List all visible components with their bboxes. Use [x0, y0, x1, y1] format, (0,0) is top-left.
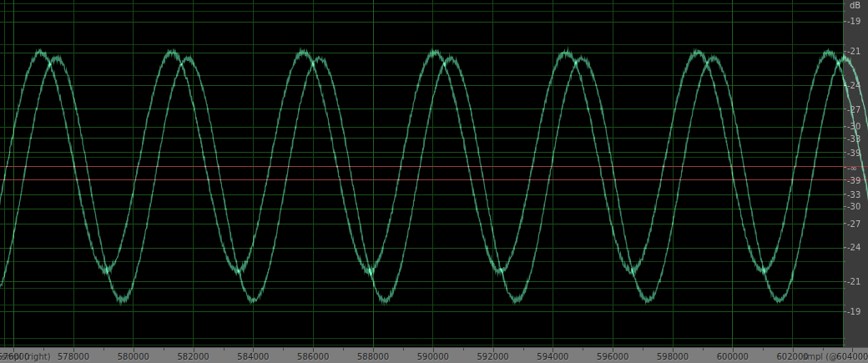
sample-tick-label: 594000	[537, 352, 568, 361]
sample-minor-tick	[523, 348, 524, 350]
db-tick-label: -21	[847, 47, 860, 56]
db-tick-label: -27	[847, 219, 860, 228]
sample-minor-tick	[43, 348, 44, 350]
sample-tick-label: 578000	[58, 352, 89, 361]
db-tick-label: -21	[847, 277, 860, 286]
db-tick-label: -24	[847, 81, 860, 90]
sample-tick-label: 588000	[357, 352, 389, 361]
waveform-canvas[interactable]	[0, 0, 868, 347]
sample-tick-label: 596000	[597, 352, 628, 361]
db-tick-label: -33	[847, 189, 860, 199]
sample-minor-tick	[283, 348, 284, 350]
sample-tick-label: 576000	[0, 352, 29, 361]
db-tick-label: -∞	[847, 163, 857, 172]
sample-minor-tick	[763, 348, 764, 350]
sample-tick-label: 586000	[297, 352, 329, 361]
waveform-display: dB -19-21-24-27-30-33-39-∞-39-33-30-27-2…	[0, 0, 868, 363]
db-tick-label: -33	[847, 134, 860, 143]
sample-tick-label: 580000	[118, 352, 149, 361]
db-tick-label: -30	[847, 202, 860, 211]
sample-tick-label: 598000	[657, 352, 689, 361]
sample-minor-tick	[403, 348, 404, 350]
sample-ruler[interactable]: smpl (right) smpl (@ 5760005780005800005…	[0, 347, 868, 363]
db-tick-label: -24	[847, 243, 860, 252]
sample-minor-tick	[583, 348, 583, 350]
sample-tick-label: 604000	[836, 352, 868, 361]
sample-tick-label: 590000	[417, 352, 449, 361]
sample-minor-tick	[463, 348, 464, 350]
db-tick-label: -30	[847, 122, 860, 131]
db-tick-label: -39	[847, 175, 860, 184]
sample-tick-label: 602000	[777, 352, 809, 361]
sample-minor-tick	[703, 348, 704, 350]
sample-minor-tick	[343, 348, 344, 350]
db-unit-label: dB	[850, 1, 860, 10]
sample-minor-tick	[164, 348, 164, 350]
sample-tick-label: 592000	[477, 352, 509, 361]
db-tick-label: -39	[847, 148, 860, 157]
db-tick-label: -19	[847, 307, 860, 316]
sample-tick-label: 584000	[237, 352, 269, 361]
db-tick-label: -19	[847, 17, 860, 26]
sample-minor-tick	[224, 348, 225, 350]
sample-tick-label: 582000	[178, 352, 209, 361]
sample-minor-tick	[643, 348, 643, 350]
db-ruler[interactable]: dB -19-21-24-27-30-33-39-∞-39-33-30-27-2…	[844, 0, 868, 347]
db-tick-label: -27	[847, 104, 860, 113]
sample-minor-tick	[103, 348, 104, 350]
sample-minor-tick	[823, 348, 824, 350]
sample-tick-label: 600000	[717, 352, 749, 361]
